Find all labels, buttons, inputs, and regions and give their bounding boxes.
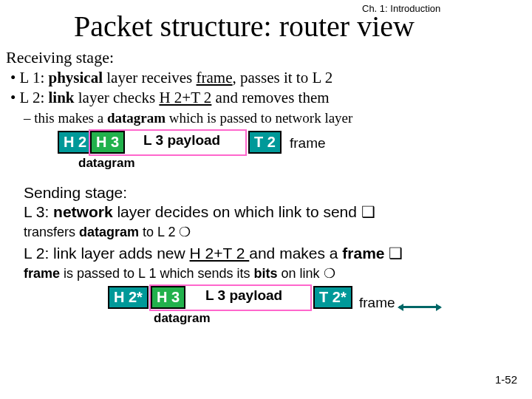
l2-mid: and makes a (249, 245, 342, 262)
l2-suffix: ❑ (385, 245, 403, 262)
send-transfer: transfers datagram to L 2 ❍ (24, 224, 526, 240)
b1-suffix: , passes it to L 2 (233, 69, 333, 86)
diagram-receive: H 2 H 3 L 3 payload T 2 frame datagram (58, 131, 526, 183)
l2-prefix: L 2: link layer adds new (24, 245, 190, 262)
b1-underline: frame (197, 69, 233, 86)
fp-bold1: frame (24, 266, 60, 281)
bullet-l2: • L 2: link layer checks H 2+T 2 and rem… (6, 89, 526, 107)
b2-prefix: • L 2: (10, 89, 49, 106)
l3-prefix: L 3: (24, 203, 53, 220)
fp-mid: is passed to L 1 which sends its (60, 266, 253, 281)
send-frame-pass: frame is passed to L 1 which sends its b… (24, 265, 526, 282)
cell-t2: T 2 (248, 131, 282, 154)
l3-suffix: layer decides on which link to send ❑ (113, 203, 375, 220)
cell-payload: L 3 payload (133, 132, 231, 149)
diagram-send: H 2* H 3 L 3 payload T 2* frame datagram (108, 286, 526, 344)
b2-underline: H 2+T 2 (159, 89, 211, 106)
link-arrow-icon (399, 306, 440, 308)
xfer-bold: datagram (79, 225, 139, 239)
slide-title: Packet structure: router view (0, 9, 532, 44)
send-l3: L 3: network layer decides on which link… (24, 203, 526, 221)
sub-prefix: – this makes a (24, 110, 107, 126)
b2-suffix: and removes them (211, 89, 329, 106)
sub-bold: datagram (107, 110, 166, 126)
l3-bold: network (53, 203, 113, 220)
sending-heading: Sending stage: (24, 184, 526, 202)
cell-h2: H 2 (58, 131, 92, 154)
fp-bold2: bits (254, 266, 278, 281)
page-number: 1-52 (495, 373, 517, 386)
datagram-label-2: datagram (154, 311, 211, 326)
b2-bold: link (49, 89, 75, 106)
l2-bold: frame (342, 245, 384, 262)
cell2-t2: T 2* (313, 286, 352, 309)
fp-suffix: on link ❍ (278, 266, 335, 281)
sub-bullet-datagram: – this makes a datagram which is passed … (24, 110, 526, 126)
b1-mid: layer receives (103, 69, 197, 86)
receiving-heading: Receiving stage: (6, 48, 526, 67)
chapter-label: Ch. 1: Introduction (362, 3, 440, 14)
b1-bold: physical (49, 69, 103, 86)
frame-label-2: frame (359, 295, 395, 311)
xfer-prefix: transfers (24, 225, 79, 239)
l2-underline: H 2+T 2 (190, 245, 250, 262)
cell-h3: H 3 (90, 131, 125, 154)
b2-mid: layer checks (75, 89, 160, 106)
cell2-h3: H 3 (151, 286, 185, 309)
cell2-h2: H 2* (108, 286, 149, 309)
xfer-suffix: to L 2 ❍ (139, 225, 191, 239)
sub-suffix: which is passed to network layer (166, 110, 352, 126)
datagram-label: datagram (78, 156, 135, 171)
send-l2: L 2: link layer adds new H 2+T 2 and mak… (24, 245, 526, 262)
b1-prefix: • L 1: (10, 69, 49, 86)
bullet-l1: • L 1: physical layer receives frame, pa… (6, 69, 526, 87)
frame-label: frame (290, 135, 326, 151)
cell2-payload: L 3 payload (195, 287, 293, 304)
